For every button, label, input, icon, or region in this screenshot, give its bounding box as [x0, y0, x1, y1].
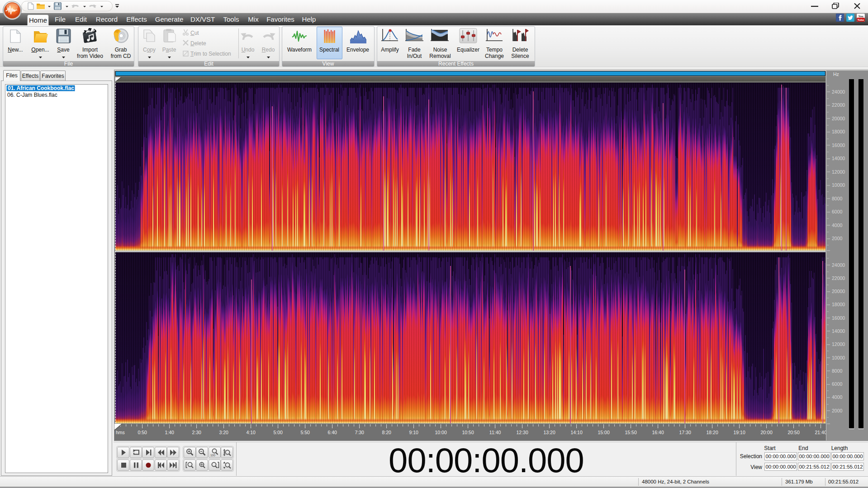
- svg-text:20:00: 20:00: [760, 430, 772, 435]
- svg-text:6000: 6000: [832, 381, 843, 387]
- svg-text:21:40: 21:40: [815, 430, 826, 435]
- svg-text:16000: 16000: [832, 142, 845, 148]
- svg-text:12000: 12000: [832, 169, 845, 175]
- svg-text:Hz: Hz: [833, 71, 839, 77]
- svg-text:20000: 20000: [832, 289, 845, 294]
- svg-text:22000: 22000: [832, 275, 845, 281]
- svg-text:18:20: 18:20: [706, 430, 718, 435]
- svg-text:11:40: 11:40: [489, 430, 501, 435]
- svg-text:2000: 2000: [832, 236, 843, 241]
- svg-text:10000: 10000: [832, 182, 845, 188]
- svg-text:18000: 18000: [832, 129, 845, 134]
- svg-text:4000: 4000: [832, 394, 843, 400]
- svg-text:You: You: [858, 14, 863, 18]
- svg-text:24000: 24000: [832, 262, 845, 268]
- svg-text:7:30: 7:30: [355, 430, 364, 435]
- svg-text:12000: 12000: [832, 341, 845, 347]
- svg-text:14000: 14000: [832, 156, 845, 161]
- svg-text:Tube: Tube: [858, 18, 864, 21]
- svg-text:6000: 6000: [832, 209, 843, 214]
- svg-text:hms: hms: [116, 430, 125, 435]
- svg-text:8000: 8000: [832, 196, 843, 201]
- svg-text:10000: 10000: [832, 355, 845, 360]
- svg-text:2:30: 2:30: [192, 430, 201, 435]
- svg-text:15:00: 15:00: [598, 430, 609, 435]
- svg-text:10:50: 10:50: [462, 430, 474, 435]
- svg-text:8000: 8000: [832, 368, 843, 374]
- svg-text:19:10: 19:10: [733, 430, 745, 435]
- svg-text:0:50: 0:50: [138, 430, 147, 435]
- svg-text:20000: 20000: [832, 116, 845, 121]
- svg-text:10:00: 10:00: [435, 430, 446, 435]
- svg-text:22000: 22000: [832, 102, 845, 108]
- svg-text:14000: 14000: [832, 328, 845, 334]
- svg-text:15:50: 15:50: [625, 430, 636, 435]
- svg-text:13:20: 13:20: [543, 430, 555, 435]
- svg-text:4:10: 4:10: [246, 430, 256, 435]
- svg-text:9:10: 9:10: [409, 430, 418, 435]
- svg-text:8:20: 8:20: [382, 430, 391, 435]
- svg-text:3:20: 3:20: [219, 430, 228, 435]
- svg-text:18000: 18000: [832, 302, 845, 307]
- svg-text:4000: 4000: [832, 223, 843, 228]
- svg-text:24000: 24000: [832, 89, 845, 95]
- svg-text:12:30: 12:30: [516, 430, 528, 435]
- svg-text:20:50: 20:50: [787, 430, 799, 435]
- svg-text:1:40: 1:40: [165, 430, 174, 435]
- svg-text:16:40: 16:40: [652, 430, 664, 435]
- svg-text:17:30: 17:30: [679, 430, 691, 435]
- svg-text:100: 100: [210, 454, 215, 457]
- svg-text:6:40: 6:40: [327, 430, 337, 435]
- svg-text:2000: 2000: [832, 408, 843, 413]
- svg-text:5:00: 5:00: [273, 430, 283, 435]
- svg-text:16000: 16000: [832, 315, 845, 321]
- svg-text:14:10: 14:10: [570, 430, 582, 435]
- svg-text:5:50: 5:50: [300, 430, 310, 435]
